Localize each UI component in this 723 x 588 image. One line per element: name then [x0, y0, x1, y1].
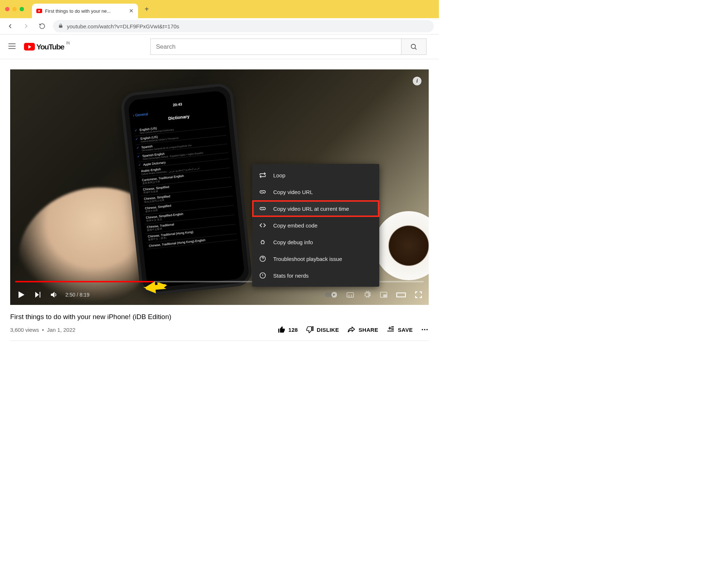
save-label: SAVE [398, 327, 413, 333]
troubleshoot-icon [259, 255, 267, 263]
copy-debug-icon [259, 238, 267, 246]
ctx-label: Loop [273, 172, 285, 178]
ctx-copy-embed[interactable]: Copy embed code [252, 217, 379, 234]
ctx-label: Copy embed code [273, 222, 318, 229]
loop-icon [259, 171, 267, 179]
volume-button[interactable] [49, 290, 58, 299]
share-button[interactable]: SHARE [347, 325, 378, 334]
svg-rect-8 [384, 295, 386, 297]
new-tab-button[interactable]: + [145, 5, 149, 13]
reload-button[interactable] [37, 21, 47, 31]
more-actions-button[interactable] [421, 326, 429, 334]
tab-title: First things to do with your ne... [45, 8, 126, 14]
svg-point-11 [424, 329, 425, 330]
ctx-copy-url[interactable]: Copy video URL [252, 184, 379, 200]
search-button[interactable] [401, 39, 427, 55]
theater-button[interactable] [396, 290, 406, 299]
autoplay-toggle[interactable] [325, 291, 338, 298]
ctx-label: Copy debug info [273, 239, 313, 245]
close-tab-icon[interactable]: ✕ [129, 8, 134, 14]
svg-point-12 [427, 329, 428, 330]
address-bar[interactable]: youtube.com/watch?v=DLF9FPxGVwI&t=170s [53, 20, 434, 32]
search-input[interactable] [150, 39, 401, 55]
forward-button[interactable] [21, 21, 31, 31]
copy-url-icon [259, 188, 267, 196]
progress-filled [15, 281, 154, 282]
youtube-header: YouTube IN [0, 35, 439, 59]
phone-in-video: 20:43 ‹ General Dictionary ✓English (US)… [120, 82, 253, 296]
like-count: 128 [288, 327, 298, 333]
maximize-window-button[interactable] [20, 7, 24, 11]
play-button[interactable] [16, 290, 26, 300]
ctx-label: Copy video URL [273, 189, 313, 195]
svg-point-0 [411, 44, 416, 48]
ctx-troubleshoot[interactable]: Troubleshoot playback issue [252, 250, 379, 267]
miniplayer-button[interactable] [379, 290, 388, 299]
url-text: youtube.com/watch?v=DLF9FPxGVwI&t=170s [67, 23, 179, 29]
ctx-copy-debug[interactable]: Copy debug info [252, 234, 379, 250]
ctx-stats[interactable]: Stats for nerds [252, 267, 379, 284]
lock-icon [58, 23, 63, 29]
svg-rect-9 [397, 293, 405, 297]
dislike-label: DISLIKE [317, 327, 339, 333]
dislike-button[interactable]: DISLIKE [306, 326, 339, 334]
next-button[interactable] [33, 290, 42, 299]
browser-tab[interactable]: First things to do with your ne... ✕ [32, 4, 138, 18]
ctx-label: Stats for nerds [273, 273, 309, 279]
youtube-logo[interactable]: YouTube IN [24, 43, 64, 51]
subtitles-button[interactable] [346, 290, 355, 299]
youtube-logo-text: YouTube [36, 43, 64, 51]
window-controls [5, 7, 24, 11]
save-button[interactable]: SAVE [386, 325, 413, 334]
stats-icon [259, 271, 267, 279]
share-label: SHARE [359, 327, 378, 333]
fullscreen-button[interactable] [414, 290, 423, 299]
video-meta-row: 3,600 views • Jan 1, 2022 128 DISLIKE SH… [10, 325, 429, 341]
minimize-window-button[interactable] [12, 7, 17, 11]
copy-embed-icon [259, 221, 267, 229]
youtube-logo-icon [24, 43, 35, 51]
back-button[interactable] [5, 21, 15, 31]
video-player[interactable]: 20:43 ‹ General Dictionary ✓English (US)… [10, 69, 429, 305]
video-title: First things to do with your new iPhone!… [10, 313, 429, 321]
ctx-label: Troubleshoot playback issue [273, 256, 342, 262]
search-container [150, 39, 427, 55]
info-card-icon[interactable]: i [413, 77, 421, 85]
ctx-copy-url-time[interactable]: Copy video URL at current time [252, 200, 379, 217]
ctx-loop[interactable]: Loop [252, 167, 379, 184]
browser-toolbar: youtube.com/watch?v=DLF9FPxGVwI&t=170s [0, 18, 439, 35]
copy-url-time-icon [259, 205, 267, 213]
svg-rect-6 [347, 293, 354, 297]
svg-point-10 [422, 329, 423, 330]
browser-tab-strip: First things to do with your ne... ✕ + [0, 0, 439, 18]
player-controls: 2:50 / 8:19 [10, 285, 429, 305]
close-window-button[interactable] [5, 7, 9, 11]
player-context-menu: LoopCopy video URLCopy video URL at curr… [252, 164, 379, 287]
content-area: 20:43 ‹ General Dictionary ✓English (US)… [0, 59, 439, 341]
settings-button[interactable] [363, 290, 371, 299]
like-button[interactable]: 128 [278, 326, 298, 334]
video-stats: 3,600 views • Jan 1, 2022 [10, 327, 76, 333]
coffee-cup-in-video [374, 211, 429, 280]
ctx-label: Copy video URL at current time [273, 206, 349, 212]
youtube-favicon [36, 9, 42, 13]
menu-button[interactable] [7, 41, 17, 52]
time-display: 2:50 / 8:19 [65, 292, 89, 298]
region-code: IN [66, 41, 70, 45]
